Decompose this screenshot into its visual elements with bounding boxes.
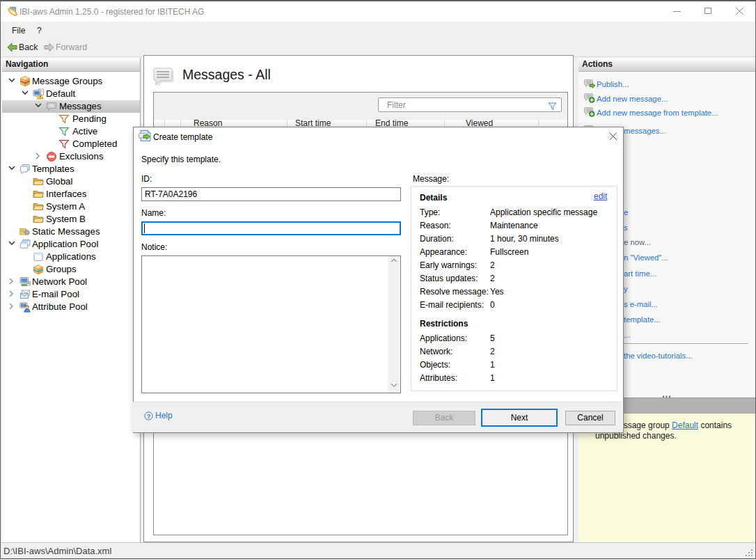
svg-text:?: ? bbox=[147, 413, 151, 420]
